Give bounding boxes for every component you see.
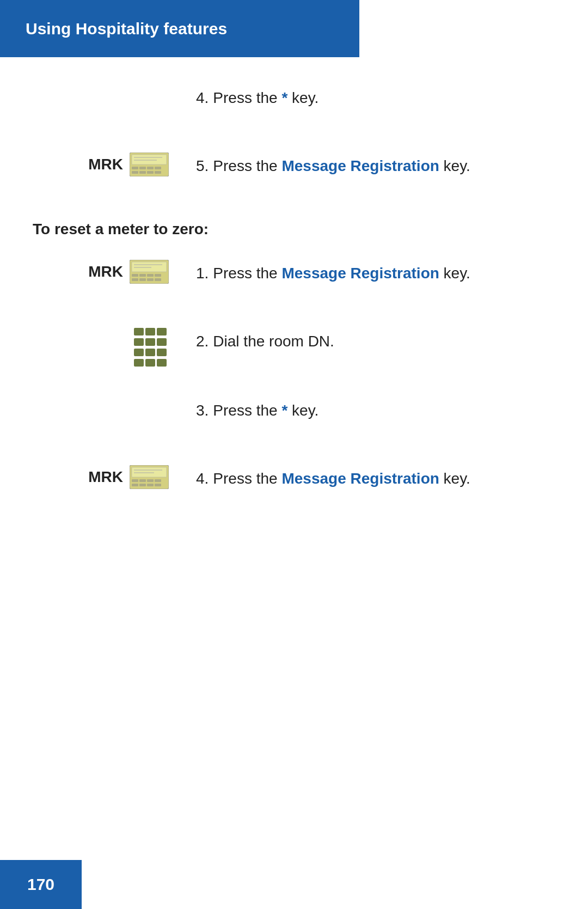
svg-rect-17 <box>155 274 161 277</box>
msg-reg-link-r1: Message Registration <box>281 265 439 282</box>
mrk-phone-icon-r1 <box>130 260 169 284</box>
reset-step-row-4: MRK 4. Press t <box>33 465 555 503</box>
svg-rect-16 <box>147 274 154 277</box>
page-content: 4. Press the * key. MRK <box>0 57 588 566</box>
svg-rect-2 <box>132 167 138 169</box>
reset-step-4-text: 4. Press the Message Registration key. <box>196 465 555 490</box>
svg-rect-14 <box>132 274 138 277</box>
svg-rect-13 <box>132 262 167 272</box>
page-title: Using Hospitality features <box>26 20 227 38</box>
reset-step-1-text: 1. Press the Message Registration key. <box>196 260 555 285</box>
footer-bar: 170 <box>0 860 82 909</box>
svg-rect-1 <box>132 155 167 164</box>
svg-rect-19 <box>139 278 146 281</box>
svg-rect-4 <box>147 167 154 169</box>
mrk-label-r4: MRK <box>88 468 123 486</box>
reset-step-row-1: MRK 1. Press t <box>33 260 555 298</box>
svg-rect-3 <box>139 167 146 169</box>
key-2 <box>145 328 155 335</box>
step-5-text: 5. Press the Message Registration key. <box>196 152 555 178</box>
svg-rect-25 <box>132 467 167 477</box>
reset-step-2-number: 2. <box>196 330 209 353</box>
step-4-text: 4. Press the * key. <box>196 84 555 109</box>
key-6 <box>157 338 167 346</box>
svg-rect-8 <box>147 171 154 174</box>
key-3 <box>157 328 167 335</box>
key-1 <box>134 328 144 335</box>
step-5-icon-area: MRK <box>33 152 196 176</box>
msg-reg-link-5: Message Registration <box>281 157 439 174</box>
reset-step-3-text: 3. Press the * key. <box>196 397 555 422</box>
reset-step-4-icon-area: MRK <box>33 465 196 489</box>
reset-section-heading: To reset a meter to zero: <box>33 221 555 238</box>
mrk-phone-icon-r4 <box>130 465 169 489</box>
step-4-number: 4. <box>196 87 209 109</box>
svg-rect-6 <box>132 171 138 174</box>
svg-rect-20 <box>147 278 154 281</box>
svg-rect-27 <box>139 479 146 482</box>
reset-step-1-number: 1. <box>196 262 209 285</box>
step-row-4: 4. Press the * key. <box>33 84 555 123</box>
reset-step-row-3: 3. Press the * key. <box>33 397 555 435</box>
reset-step-1-icon-area: MRK <box>33 260 196 284</box>
reset-step-3-number: 3. <box>196 399 209 422</box>
svg-rect-21 <box>155 278 161 281</box>
mrk-phone-icon-5 <box>130 152 169 176</box>
key-11 <box>145 359 155 367</box>
page-number: 170 <box>27 875 54 894</box>
svg-rect-31 <box>139 484 146 486</box>
svg-rect-33 <box>155 484 161 486</box>
svg-rect-15 <box>139 274 146 277</box>
svg-rect-28 <box>147 479 154 482</box>
key-5 <box>145 338 155 346</box>
key-4 <box>134 338 144 346</box>
svg-rect-7 <box>139 171 146 174</box>
star-key-link-r3: * <box>281 402 287 419</box>
star-key-link: * <box>281 89 287 106</box>
reset-step-row-2: 2. Dial the room DN. <box>33 328 555 367</box>
svg-rect-18 <box>132 278 138 281</box>
keypad-icon-r2 <box>134 328 169 367</box>
svg-rect-5 <box>155 167 161 169</box>
key-7 <box>134 349 144 356</box>
svg-rect-26 <box>132 479 138 482</box>
key-10 <box>134 359 144 367</box>
msg-reg-link-r4: Message Registration <box>281 470 439 487</box>
key-12 <box>157 359 167 367</box>
reset-step-4-number: 4. <box>196 467 209 490</box>
reset-step-2-text: 2. Dial the room DN. <box>196 328 555 353</box>
svg-rect-30 <box>132 484 138 486</box>
reset-step-2-icon-area <box>33 328 196 367</box>
svg-rect-32 <box>147 484 154 486</box>
svg-rect-29 <box>155 479 161 482</box>
key-9 <box>157 349 167 356</box>
svg-rect-9 <box>155 171 161 174</box>
step-row-5: MRK <box>33 152 555 191</box>
step-5-number: 5. <box>196 155 209 178</box>
mrk-label-5: MRK <box>88 156 123 173</box>
header-bar: Using Hospitality features <box>0 0 359 57</box>
key-8 <box>145 349 155 356</box>
mrk-label-r1: MRK <box>88 263 123 280</box>
